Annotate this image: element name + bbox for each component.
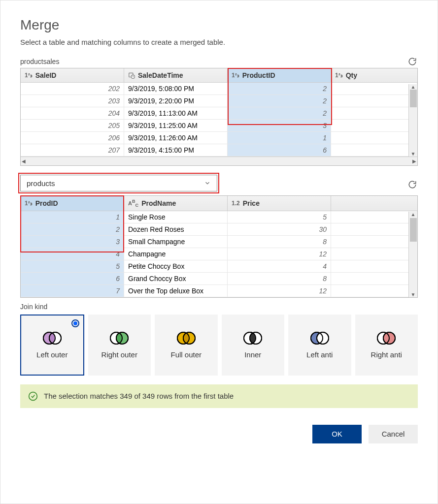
cell-prodid: 2 xyxy=(21,223,124,235)
cell-productid: 2 xyxy=(228,95,331,107)
venn-icon xyxy=(108,331,131,346)
table-row[interactable]: 6Grand Choccy Box8 xyxy=(21,273,417,285)
cell-saledatetime: 9/3/2019, 11:13:00 AM xyxy=(124,107,228,119)
refresh-icon xyxy=(408,57,417,66)
cell-price: 4 xyxy=(228,260,331,272)
refresh-first-table-button[interactable] xyxy=(407,56,418,67)
col-header-price[interactable]: 1.2Price xyxy=(228,196,331,211)
col-header-prodname[interactable]: ABCProdName xyxy=(124,196,228,211)
scroll-thumb[interactable] xyxy=(410,90,417,107)
col-header-productid[interactable]: 1²₃ProductID xyxy=(228,68,331,82)
cell-saleid: 202 xyxy=(21,83,124,94)
table-row[interactable]: 2049/3/2019, 11:13:00 AM2 xyxy=(21,107,417,120)
table-row[interactable]: 2039/3/2019, 2:20:00 PM2 xyxy=(21,95,417,107)
cell-productid: 2 xyxy=(228,83,331,94)
cell-prodid: 6 xyxy=(21,273,124,284)
second-table-dropdown[interactable]: products xyxy=(20,175,217,191)
cancel-button[interactable]: Cancel xyxy=(369,425,418,443)
scroll-thumb[interactable] xyxy=(410,218,417,242)
horizontal-scrollbar[interactable]: ◀ ▶ xyxy=(21,157,417,165)
number-type-icon: 1²₃ xyxy=(25,72,33,79)
table-row[interactable]: 7Over the Top deluxe Box12 xyxy=(21,285,417,297)
join-kind-label: Join kind xyxy=(20,303,418,311)
cell-saleid: 203 xyxy=(21,95,124,107)
join-option-full-outer[interactable]: Full outer xyxy=(155,315,218,376)
col-header-prodid[interactable]: 1²₃ProdID xyxy=(21,196,124,211)
table-row[interactable]: 2Dozen Red Roses30 xyxy=(21,223,417,236)
scroll-up-icon: ▲ xyxy=(411,212,416,217)
col-header-saleid[interactable]: 1²₃SaleID xyxy=(21,68,124,82)
cell-prodname: Single Rose xyxy=(124,211,228,223)
cell-price: 30 xyxy=(228,223,331,235)
dialog-buttons: OK Cancel xyxy=(20,425,418,443)
number-type-icon: 1²₃ xyxy=(25,200,33,207)
join-option-label: Full outer xyxy=(170,350,202,359)
table-row[interactable]: 2079/3/2019, 4:15:00 PM6 xyxy=(21,144,417,157)
cell-saledatetime: 9/3/2019, 4:15:00 PM xyxy=(124,144,228,156)
dialog-subtitle: Select a table and matching columns to c… xyxy=(20,38,418,46)
join-option-label: Inner xyxy=(244,350,261,359)
ok-button[interactable]: OK xyxy=(312,425,362,443)
vertical-scrollbar[interactable]: ▲ ▼ xyxy=(408,84,417,157)
cell-price: 8 xyxy=(228,273,331,284)
refresh-second-table-button[interactable] xyxy=(407,179,418,190)
merge-dialog: Merge Select a table and matching column… xyxy=(0,0,438,504)
join-option-right-anti[interactable]: Right anti xyxy=(355,315,418,376)
cell-prodname: Grand Choccy Box xyxy=(124,273,228,284)
table-row[interactable]: 5Petite Choccy Box4 xyxy=(21,260,417,273)
first-table-body[interactable]: 2029/3/2019, 5:08:00 PM22039/3/2019, 2:2… xyxy=(21,83,417,157)
cell-qty xyxy=(331,95,417,107)
cell-price: 8 xyxy=(228,236,331,248)
second-table-selector-wrapper: products xyxy=(20,175,217,191)
check-circle-icon xyxy=(28,391,38,401)
cell-qty xyxy=(331,120,417,131)
cell-saledatetime: 9/3/2019, 5:08:00 PM xyxy=(124,83,228,94)
cell-price: 12 xyxy=(228,285,331,297)
cell-prodid: 1 xyxy=(21,211,124,223)
table-row[interactable]: 2059/3/2019, 11:25:00 AM3 xyxy=(21,120,417,132)
join-option-left-anti[interactable]: Left anti xyxy=(288,315,351,376)
cell-prodid: 3 xyxy=(21,236,124,248)
cell-prodid: 7 xyxy=(21,285,124,297)
cell-prodname: Champagne xyxy=(124,248,228,260)
cell-prodid: 5 xyxy=(21,260,124,272)
decimal-type-icon: 1.2 xyxy=(232,200,240,207)
second-table-body[interactable]: 1Single Rose52Dozen Red Roses303Small Ch… xyxy=(21,211,417,297)
first-table-section: productsales 1²₃SaleID SaleDateTime 1²₃P… xyxy=(20,56,418,166)
first-table[interactable]: 1²₃SaleID SaleDateTime 1²₃ProductID 1²₃Q… xyxy=(20,68,418,166)
venn-icon xyxy=(375,331,398,346)
join-option-label: Left outer xyxy=(36,350,67,359)
col-header-qty[interactable]: 1²₃Qty xyxy=(331,68,417,82)
cell-saleid: 204 xyxy=(21,107,124,119)
table-row[interactable]: 1Single Rose5 xyxy=(21,211,417,223)
cell-saledatetime: 9/3/2019, 2:20:00 PM xyxy=(124,95,228,107)
scroll-down-icon: ▼ xyxy=(411,151,416,157)
datetime-type-icon xyxy=(128,72,135,79)
status-text: The selection matches 349 of 349 rows fr… xyxy=(44,392,234,400)
venn-icon xyxy=(175,331,198,346)
table-row[interactable]: 4Champagne12 xyxy=(21,248,417,260)
venn-icon xyxy=(41,331,64,346)
vertical-scrollbar[interactable]: ▲ ▼ xyxy=(408,212,417,297)
cell-prodid: 4 xyxy=(21,248,124,260)
scroll-right-icon: ▶ xyxy=(412,158,416,164)
join-option-inner[interactable]: Inner xyxy=(222,315,285,376)
join-option-left-outer[interactable]: Left outer xyxy=(20,315,84,376)
table-row[interactable]: 2069/3/2019, 11:26:00 AM1 xyxy=(21,132,417,144)
venn-icon xyxy=(308,331,331,346)
cell-saleid: 206 xyxy=(21,132,124,144)
cell-saleid: 205 xyxy=(21,120,124,131)
cell-productid: 3 xyxy=(228,120,331,131)
table-row[interactable]: 3Small Champagne8 xyxy=(21,236,417,248)
refresh-icon xyxy=(408,180,417,189)
table-row[interactable]: 2029/3/2019, 5:08:00 PM2 xyxy=(21,83,417,95)
cell-prodname: Small Champagne xyxy=(124,236,228,248)
status-bar: The selection matches 349 of 349 rows fr… xyxy=(20,384,418,408)
second-table[interactable]: 1²₃ProdID ABCProdName 1.2Price 1Single R… xyxy=(20,195,418,298)
svg-point-26 xyxy=(29,392,37,401)
col-header-saledatetime[interactable]: SaleDateTime xyxy=(124,68,228,82)
join-option-label: Right outer xyxy=(101,350,137,359)
scroll-up-icon: ▲ xyxy=(411,84,416,90)
join-option-right-outer[interactable]: Right outer xyxy=(88,315,151,376)
cell-saledatetime: 9/3/2019, 11:25:00 AM xyxy=(124,120,228,131)
